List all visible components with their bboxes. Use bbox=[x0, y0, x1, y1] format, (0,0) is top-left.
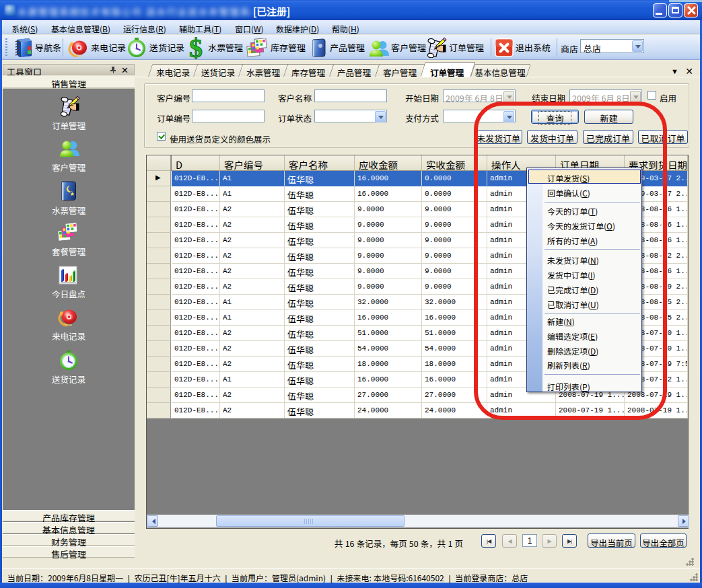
svg-text:$: $ bbox=[189, 36, 203, 59]
